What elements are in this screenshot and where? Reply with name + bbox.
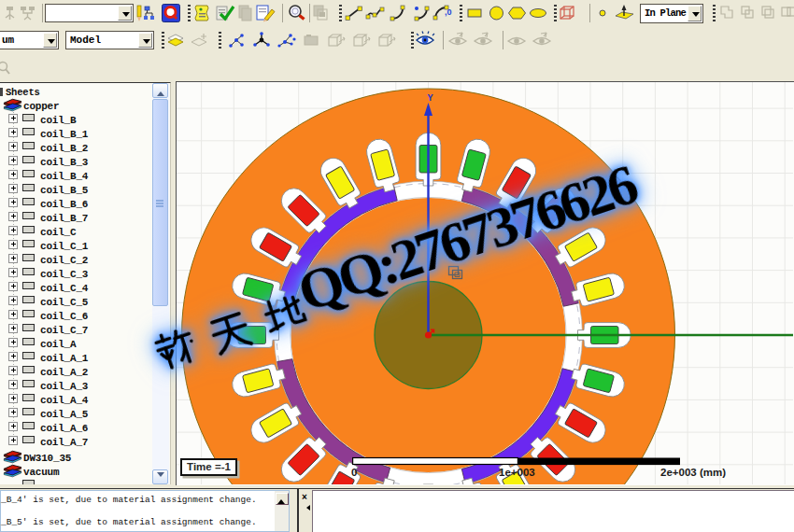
svg-text:Y: Y (428, 93, 433, 104)
svg-text:0: 0 (351, 467, 357, 478)
svg-text:1e+003: 1e+003 (499, 467, 535, 478)
svg-text:2e+003 (mm): 2e+003 (mm) (660, 467, 726, 478)
